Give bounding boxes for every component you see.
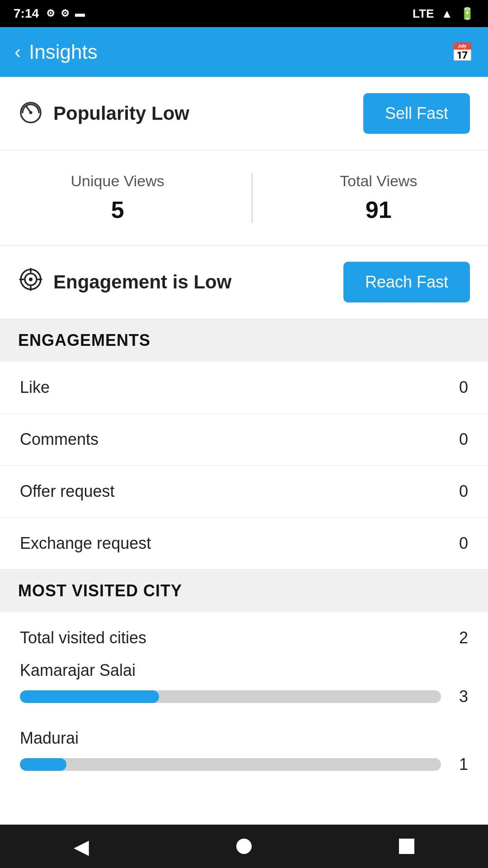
engagement-offer-label: Offer request [20,482,114,501]
engagements-title: ENGAGEMENTS [18,331,150,349]
engagement-exchange-label: Exchange request [20,534,151,553]
city-section: Total visited cities 2 Kamarajar Salai 3… [0,612,488,788]
kamarajar-salai-progress-bar [20,690,441,703]
kamarajar-salai-name-row: Kamarajar Salai [0,652,488,684]
target-icon [18,267,43,298]
engagements-section-header: ENGAGEMENTS [0,319,488,362]
total-visited-cities-label: Total visited cities [20,628,146,647]
views-section: Unique Views 5 Total Views 91 [0,151,488,245]
popularity-section: Popularity Low Sell Fast [0,77,488,151]
back-button[interactable]: ‹ [14,41,21,63]
engagement-row-exchange: Exchange request 0 [0,518,488,570]
back-nav-button[interactable]: ◀ [74,835,89,858]
unique-views-label: Unique Views [71,172,164,190]
reach-fast-button[interactable]: Reach Fast [343,262,470,302]
svg-point-2 [29,111,33,114]
unique-views-value: 5 [111,196,124,223]
svg-point-5 [29,278,33,281]
sdcard-icon: ▬ [75,8,85,19]
battery-icon: 🔋 [460,7,474,21]
engagement-row-offer: Offer request 0 [0,466,488,518]
engagement-comments-label: Comments [20,430,99,449]
settings-icon-1: ⚙ [46,8,55,19]
settings-icon-2: ⚙ [61,8,70,19]
madurai-value: 1 [450,755,468,774]
kamarajar-salai-progress-row: 3 [0,684,488,720]
total-views-value: 91 [366,196,392,223]
views-divider [252,173,253,223]
engagement-label: Engagement is Low [53,271,231,293]
total-views-block: Total Views 91 [340,172,417,223]
engagement-row-like: Like 0 [0,362,488,414]
status-time: 7:14 [14,6,39,21]
kamarajar-salai-value: 3 [450,687,468,706]
most-visited-city-header: MOST VISITED CITY [0,570,488,612]
bottom-nav: ◀ [0,825,488,868]
total-visited-cities-value: 2 [459,628,468,647]
engagement-row-comments: Comments 0 [0,414,488,466]
signal-icon: ▲ [441,7,453,21]
status-bar: 7:14 ⚙ ⚙ ▬ LTE ▲ 🔋 [0,0,488,27]
lte-icon: LTE [413,7,434,21]
sell-fast-button[interactable]: Sell Fast [363,93,470,134]
most-visited-city-title: MOST VISITED CITY [18,581,182,600]
madurai-progress-row: 1 [0,751,488,788]
madurai-progress-bar [20,758,441,771]
page-title: Insights [29,41,98,63]
engagement-offer-value: 0 [459,482,468,501]
total-visited-cities-row: Total visited cities 2 [0,612,488,652]
app-bar: ‹ Insights 📅 [0,27,488,77]
unique-views-block: Unique Views 5 [71,172,164,223]
engagements-list: Like 0 Comments 0 Offer request 0 Exchan… [0,362,488,570]
calendar-icon[interactable]: 📅 [451,42,474,63]
engagement-section: Engagement is Low Reach Fast [0,245,488,319]
kamarajar-salai-progress-fill [20,690,159,703]
engagement-like-value: 0 [459,378,468,397]
recent-nav-button[interactable] [399,839,414,854]
home-nav-button[interactable] [236,839,252,854]
total-views-label: Total Views [340,172,417,190]
engagement-comments-value: 0 [459,430,468,449]
madurai-label: Madurai [20,729,79,747]
engagement-like-label: Like [20,378,50,397]
madurai-progress-fill [20,758,66,771]
engagement-exchange-value: 0 [459,534,468,553]
kamarajar-salai-label: Kamarajar Salai [20,661,136,679]
madurai-name-row: Madurai [0,720,488,751]
popularity-label: Popularity Low [53,103,189,124]
speedometer-icon [18,98,43,129]
